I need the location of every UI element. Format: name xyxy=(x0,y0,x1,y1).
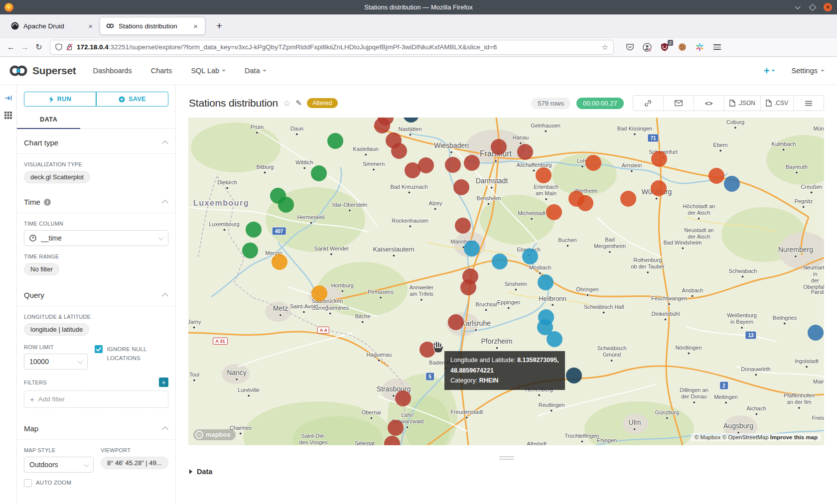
url-bar[interactable]: 172.18.0.4:32251/superset/explore/?form_… xyxy=(50,40,614,55)
url-path: :32251/superset/explore/?form_data_key=v… xyxy=(109,43,497,51)
bookmark-star-icon[interactable]: ☆ xyxy=(602,43,608,52)
lonlat-value[interactable]: longitude | latitude xyxy=(24,323,89,336)
attribution-osm-link[interactable]: © OpenStreetMap xyxy=(722,434,769,440)
window-titlebar: Stations distribution — Mozilla Firefox … xyxy=(0,0,837,14)
back-button[interactable]: ← xyxy=(4,41,18,54)
run-button[interactable]: RUN xyxy=(24,92,96,107)
tab-stations-distribution[interactable]: Stations distribution × xyxy=(100,17,205,35)
chevron-down-icon xyxy=(158,235,163,240)
scatter-point-cyan xyxy=(538,274,554,290)
account-icon[interactable] xyxy=(642,42,652,52)
pocket-icon[interactable] xyxy=(625,42,635,52)
viewport-value[interactable]: 8° 46' 45.28" | 49... xyxy=(101,457,168,469)
section-map[interactable]: Map xyxy=(17,415,175,440)
email-button[interactable] xyxy=(663,96,694,111)
tab-close-icon[interactable]: × xyxy=(191,21,200,31)
plus-circle-icon xyxy=(119,96,125,103)
nav-charts[interactable]: Charts xyxy=(151,67,172,75)
section-point-size[interactable]: Point Size xyxy=(17,494,175,504)
nav-sql-lab[interactable]: SQL Lab xyxy=(191,67,226,75)
viz-type-value[interactable]: deck.gl Scatterplot xyxy=(24,171,90,183)
scatter-point-green xyxy=(242,243,258,258)
add-filter-plus-button[interactable]: + xyxy=(159,378,168,387)
cookie-icon[interactable] xyxy=(677,42,687,52)
time-column-select[interactable]: __time xyxy=(24,230,168,246)
tab-close-icon[interactable]: × xyxy=(86,21,95,31)
extension-pinwheel-icon[interactable] xyxy=(695,42,704,52)
resize-grip[interactable] xyxy=(499,456,514,460)
favorite-star-icon[interactable]: ☆ xyxy=(283,98,290,109)
brand-name[interactable]: Superset xyxy=(32,65,76,77)
scatter-point-red xyxy=(395,390,411,406)
link-icon xyxy=(644,100,652,107)
window-maximize-button[interactable] xyxy=(809,3,817,11)
url-text[interactable]: 172.18.0.4:32251/superset/explore/?form_… xyxy=(77,43,497,51)
map-style-select[interactable]: Outdoors xyxy=(24,457,94,473)
ignore-null-checkbox[interactable] xyxy=(95,345,103,353)
tooltip-lonlat-label: Longitude and Latitude: xyxy=(450,357,517,364)
window-title: Stations distribution — Mozilla Firefox xyxy=(0,3,837,11)
map-style-label: MAP STYLE xyxy=(24,447,94,453)
hand-cursor-icon xyxy=(431,340,445,354)
reload-button[interactable]: ↻ xyxy=(32,41,46,54)
envelope-icon xyxy=(675,100,683,106)
add-filter-box[interactable]: +Add filter xyxy=(24,390,168,408)
auto-zoom-checkbox[interactable] xyxy=(24,479,32,487)
new-item-button[interactable]: + xyxy=(764,65,775,77)
menu-bars-icon xyxy=(805,101,812,106)
tooltip-category: RHEIN xyxy=(479,377,499,384)
nav-data[interactable]: Data xyxy=(245,67,267,75)
embed-code-button[interactable]: <> xyxy=(694,96,724,111)
chevron-right-icon xyxy=(189,469,192,474)
settings-menu[interactable]: Settings xyxy=(792,67,825,75)
chart-content: Stations distribution ☆ ✎ Altered 579 ro… xyxy=(176,85,837,504)
section-chart-type[interactable]: Chart type xyxy=(17,129,175,154)
altered-badge[interactable]: Altered xyxy=(307,98,338,108)
section-time[interactable]: Timei xyxy=(17,188,175,213)
insecure-lock-icon[interactable] xyxy=(66,43,73,51)
section-query[interactable]: Query xyxy=(17,281,175,306)
tab-apache-druid[interactable]: Apache Druid × xyxy=(5,17,100,35)
window-minimize-button[interactable] xyxy=(794,3,802,11)
mapbox-logo[interactable]: m mapbox xyxy=(193,429,236,440)
export-csv-button[interactable]: .CSV xyxy=(760,96,793,111)
export-json-button[interactable]: .JSON xyxy=(724,96,760,111)
dataset-grid-icon[interactable] xyxy=(4,111,12,120)
tab-data[interactable]: DATA xyxy=(24,116,57,128)
map-canvas[interactable]: PrümDaunNastättenGelnhausenBad Kissingen… xyxy=(188,118,824,445)
lonlat-label: LONGITUDE & LATITUDE xyxy=(24,314,168,320)
time-range-value[interactable]: No filter xyxy=(24,263,59,275)
attribution-improve-link[interactable]: Improve this map xyxy=(770,434,818,440)
scatter-point-green xyxy=(311,165,327,181)
save-button[interactable]: SAVE xyxy=(96,92,168,107)
scatter-points-layer xyxy=(188,118,824,445)
edit-properties-icon[interactable]: ✎ xyxy=(295,99,302,108)
tab-label: Stations distribution xyxy=(119,22,187,30)
nav-dashboards[interactable]: Dashboards xyxy=(93,67,132,75)
forward-button[interactable]: → xyxy=(18,41,32,54)
scatter-point-orange xyxy=(272,254,287,270)
superset-logo[interactable] xyxy=(8,65,28,77)
chart-menu-button[interactable] xyxy=(793,96,824,111)
tooltip-longitude: 8.1359273095, xyxy=(517,357,558,364)
scatter-point-red xyxy=(418,157,434,173)
row-limit-select[interactable]: 10000 xyxy=(24,354,88,370)
chevron-down-icon xyxy=(83,461,89,467)
collapse-panel-icon[interactable] xyxy=(4,94,12,102)
app-header: Superset Dashboards Charts SQL Lab Data … xyxy=(0,57,837,85)
window-close-button[interactable]: ✕ xyxy=(824,3,832,11)
chevron-down-icon xyxy=(772,70,775,72)
menu-hamburger-icon[interactable] xyxy=(712,42,722,52)
clock-icon xyxy=(29,235,36,242)
shield-icon[interactable] xyxy=(55,43,62,51)
share-link-button[interactable] xyxy=(633,96,663,111)
ublock-icon[interactable]: 2 xyxy=(660,42,670,52)
scatter-point-orangered xyxy=(651,151,667,167)
scatter-point-red xyxy=(464,155,480,171)
data-panel-header[interactable]: Data xyxy=(176,460,837,476)
attribution-mapbox-link[interactable]: © Mapbox xyxy=(695,434,721,440)
panel-tabs: DATA xyxy=(17,115,175,129)
scatter-point-green xyxy=(278,197,294,213)
scatter-point-red xyxy=(391,143,407,159)
new-tab-button[interactable]: + xyxy=(212,20,226,32)
